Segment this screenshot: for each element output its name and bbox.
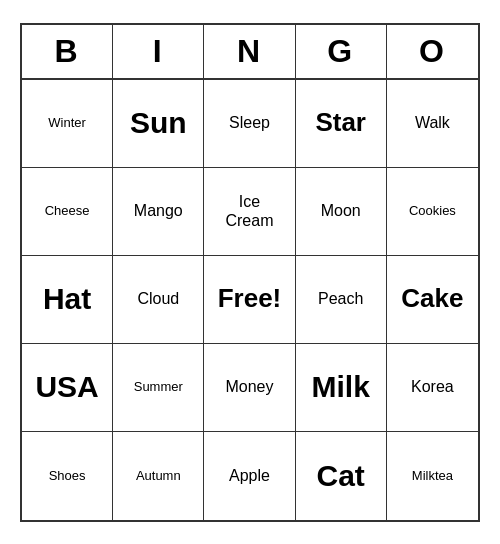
bingo-cell[interactable]: Walk xyxy=(387,80,478,168)
header-letter: O xyxy=(387,25,478,78)
bingo-cell[interactable]: Milk xyxy=(296,344,387,432)
header-letter: I xyxy=(113,25,204,78)
bingo-cell[interactable]: Cat xyxy=(296,432,387,520)
bingo-cell[interactable]: Korea xyxy=(387,344,478,432)
bingo-cell[interactable]: Sleep xyxy=(204,80,295,168)
bingo-cell[interactable]: Money xyxy=(204,344,295,432)
bingo-cell[interactable]: Milktea xyxy=(387,432,478,520)
bingo-cell[interactable]: Hat xyxy=(22,256,113,344)
bingo-cell[interactable]: Cloud xyxy=(113,256,204,344)
header-letter: G xyxy=(296,25,387,78)
bingo-cell[interactable]: USA xyxy=(22,344,113,432)
bingo-cell[interactable]: Mango xyxy=(113,168,204,256)
bingo-cell[interactable]: Autumn xyxy=(113,432,204,520)
bingo-cell[interactable]: Star xyxy=(296,80,387,168)
bingo-cell[interactable]: Shoes xyxy=(22,432,113,520)
header-letter: N xyxy=(204,25,295,78)
bingo-cell[interactable]: Winter xyxy=(22,80,113,168)
header-letter: B xyxy=(22,25,113,78)
bingo-cell[interactable]: Sun xyxy=(113,80,204,168)
bingo-cell[interactable]: Apple xyxy=(204,432,295,520)
bingo-cell[interactable]: IceCream xyxy=(204,168,295,256)
bingo-cell[interactable]: Free! xyxy=(204,256,295,344)
bingo-card: BINGO WinterSunSleepStarWalkCheeseMangoI… xyxy=(20,23,480,522)
bingo-cell[interactable]: Summer xyxy=(113,344,204,432)
bingo-cell[interactable]: Cookies xyxy=(387,168,478,256)
bingo-grid: WinterSunSleepStarWalkCheeseMangoIceCrea… xyxy=(22,80,478,520)
bingo-header: BINGO xyxy=(22,25,478,80)
bingo-cell[interactable]: Cake xyxy=(387,256,478,344)
bingo-cell[interactable]: Cheese xyxy=(22,168,113,256)
bingo-cell[interactable]: Peach xyxy=(296,256,387,344)
bingo-cell[interactable]: Moon xyxy=(296,168,387,256)
